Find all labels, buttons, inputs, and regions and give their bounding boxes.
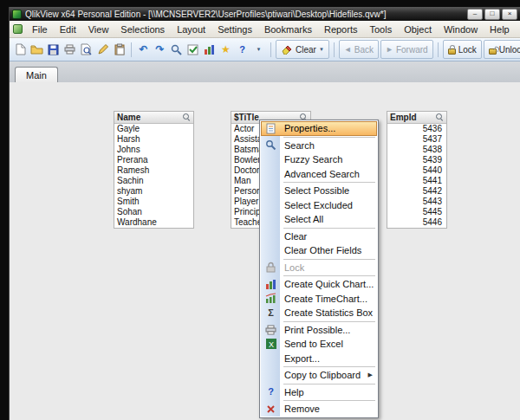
list-item[interactable]: 5445 — [387, 207, 446, 217]
list-item[interactable]: Sachin — [114, 176, 193, 186]
list-item[interactable]: 5441 — [387, 176, 446, 186]
save-button[interactable] — [45, 41, 62, 58]
titlebar[interactable]: QlikView x64 Personal Edition - [\\MCNSE… — [10, 7, 520, 21]
menu-item-search[interactable]: Search — [261, 139, 377, 153]
list-item[interactable]: 5438 — [387, 145, 446, 155]
list-item[interactable]: Smith — [114, 197, 193, 207]
list-item[interactable]: Wardhane — [114, 217, 193, 228]
menu-item-remove[interactable]: Remove — [261, 402, 377, 417]
menu-item-lock[interactable]: Lock — [261, 261, 377, 275]
menu-settings[interactable]: Settings — [211, 22, 258, 37]
listbox-title: Name — [117, 113, 140, 122]
search-icon — [171, 44, 182, 55]
menu-reports[interactable]: Reports — [318, 22, 364, 37]
forward-button[interactable]: ► Forward — [380, 40, 433, 59]
listbox-name-header[interactable]: Name — [114, 112, 193, 124]
list-item[interactable]: Gayle — [114, 124, 193, 134]
list-item[interactable]: Ramesh — [114, 165, 193, 176]
list-item[interactable]: Harsh — [114, 134, 193, 145]
current-selections-button[interactable] — [185, 41, 201, 58]
redo-button[interactable]: ↷ — [152, 41, 168, 58]
lock-button-label: Lock — [458, 45, 477, 55]
quick-chart-button[interactable] — [201, 41, 218, 58]
menu-layout[interactable]: Layout — [171, 22, 211, 37]
unlock-button-label: Unlock — [499, 45, 520, 55]
list-item[interactable]: 5446 — [387, 217, 446, 228]
menu-item-label: Create Quick Chart... — [284, 279, 374, 289]
menu-item-clear-other-fields[interactable]: Clear Other Fields — [261, 243, 377, 258]
lock-icon — [263, 262, 278, 274]
back-button[interactable]: ◄ Back — [339, 40, 379, 59]
search-icon[interactable] — [183, 113, 191, 121]
list-item[interactable]: Johns — [114, 145, 193, 155]
new-document-button[interactable] — [12, 41, 29, 58]
menu-item-send-to-excel[interactable]: X Send to Excel — [261, 337, 377, 352]
menu-item-create-quick-chart[interactable]: Create Quick Chart... — [261, 277, 377, 292]
menu-item-fuzzy-search[interactable]: Fuzzy Search — [261, 152, 377, 167]
list-item[interactable]: 5437 — [387, 134, 446, 145]
lock-button[interactable]: Lock — [443, 40, 482, 59]
menu-item-create-timechart[interactable]: Create TimeChart... — [261, 292, 377, 307]
menu-item-print-possible[interactable]: Print Possible... — [261, 323, 377, 338]
window-title: QlikView x64 Personal Edition - [\\MCNSE… — [25, 10, 467, 19]
menu-item-copy-to-clipboard[interactable]: Copy to Clipboard ▶ — [261, 368, 377, 383]
menu-item-select-excluded[interactable]: Select Excluded — [261, 198, 377, 213]
menu-file[interactable]: File — [26, 22, 54, 37]
search-button[interactable] — [168, 41, 185, 58]
search-icon[interactable] — [436, 113, 444, 121]
minimize-button[interactable]: – — [467, 9, 483, 20]
menu-item-select-possible[interactable]: Select Possible — [261, 184, 377, 198]
clear-button[interactable]: Clear ▼ — [276, 40, 329, 59]
menu-separator — [283, 259, 375, 260]
help-button[interactable]: ? — [234, 41, 250, 58]
menu-item-select-all[interactable]: Select All — [261, 212, 377, 227]
menu-item-export[interactable]: Export... — [261, 352, 377, 366]
list-item[interactable]: Prerana — [114, 155, 193, 165]
toolbar-options-button[interactable]: ▼ — [250, 41, 267, 58]
list-item[interactable]: 5439 — [387, 155, 446, 165]
menu-item-help[interactable]: ? Help — [261, 385, 377, 400]
menu-separator — [283, 228, 375, 229]
print-preview-button[interactable] — [78, 41, 94, 58]
menu-help[interactable]: Help — [484, 22, 516, 37]
undo-button[interactable]: ↶ — [135, 41, 152, 58]
menu-item-clear[interactable]: Clear — [261, 229, 377, 244]
listbox-empid-header[interactable]: EmpId — [387, 112, 446, 124]
menu-view[interactable]: View — [82, 22, 115, 37]
bookmark-button[interactable]: ★ — [218, 41, 234, 58]
menu-window[interactable]: Window — [438, 22, 484, 37]
redo-icon: ↷ — [155, 44, 164, 55]
toolbar-separator — [334, 42, 335, 57]
open-button[interactable] — [29, 41, 45, 58]
back-button-label: Back — [354, 45, 374, 55]
checkbox-icon — [187, 44, 198, 55]
quick-chart-icon — [263, 278, 278, 290]
paste-button[interactable] — [111, 41, 127, 58]
tab-main[interactable]: Main — [15, 67, 58, 84]
unlock-button[interactable]: Unlock — [484, 40, 520, 59]
list-item[interactable]: 5442 — [387, 186, 446, 197]
menu-separator — [283, 137, 375, 138]
menu-object[interactable]: Object — [398, 22, 438, 37]
menu-item-label: Copy to Clipboard — [284, 370, 361, 380]
menu-edit[interactable]: Edit — [54, 22, 82, 37]
close-button[interactable]: × — [502, 9, 517, 20]
menu-item-properties[interactable]: Properties... — [261, 121, 377, 136]
menu-selections[interactable]: Selections — [114, 22, 171, 37]
list-item[interactable]: Sohan — [114, 207, 193, 217]
list-item[interactable]: 5440 — [387, 165, 446, 176]
menu-item-create-statistics-box[interactable]: Σ Create Statistics Box — [261, 306, 377, 320]
document-icon[interactable] — [13, 24, 23, 34]
tab-strip: Main — [10, 61, 520, 85]
list-item[interactable]: 5443 — [387, 197, 446, 207]
list-item[interactable]: shyam — [114, 186, 193, 197]
toolbar: ↶ ↷ ★ ? ▼ Clear ▼ ◄ Back ► Forward — [10, 38, 520, 61]
list-item[interactable]: 5436 — [387, 124, 446, 134]
edit-button[interactable] — [94, 41, 111, 58]
menu-tools[interactable]: Tools — [363, 22, 398, 37]
menu-bookmarks[interactable]: Bookmarks — [258, 22, 318, 37]
lock-icon — [448, 48, 456, 55]
restore-button[interactable]: □ — [484, 9, 500, 20]
print-button[interactable] — [62, 41, 78, 58]
menu-item-advanced-search[interactable]: Advanced Search — [261, 167, 377, 182]
